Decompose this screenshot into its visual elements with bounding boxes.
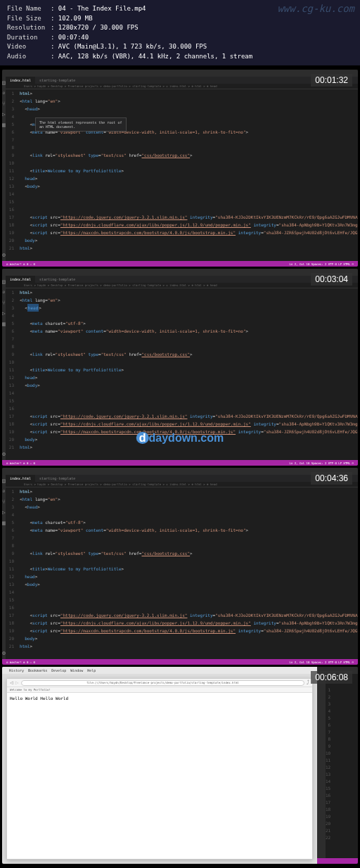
titlebar <box>2 70 358 77</box>
side-gutter: 12345678910111213141516171819202122 <box>326 674 335 858</box>
status-right[interactable]: Ln 2, Col 18 Spaces: 2 UTF-8 LF HTML ☺ <box>289 262 354 266</box>
video-value: AVC (Main@L3.1), 1 723 kb/s, 30.000 FPS <box>58 42 207 52</box>
browser-toolbar: ◁ ▷ file:///Users/haydn/Desktop/Freelanc… <box>7 679 312 687</box>
bookmark-item[interactable]: Welcome to my Portfolio! <box>10 688 51 691</box>
thumbnail-frames: 00:01:32 ▤ ⌕ ⑂ ▷ ▦ ⚙ index.html starting… <box>0 65 360 868</box>
file-size-value: 102.09 MB <box>58 14 93 24</box>
line-gutter: 123456789101112131415161718192021 <box>6 487 17 659</box>
line-gutter: 123456789101112131415161718192021 <box>6 288 17 460</box>
breadcrumb[interactable]: Users > haydn > Desktop > Freelance proj… <box>6 482 358 487</box>
forward-icon[interactable]: ▷ <box>15 679 19 686</box>
tab-active[interactable]: index.html <box>6 475 35 482</box>
duration-label: Duration <box>7 33 51 43</box>
titlebar <box>2 468 358 475</box>
menu-develop[interactable]: Develop <box>51 668 66 672</box>
tab-active[interactable]: index.html <box>6 276 35 283</box>
file-size-label: File Size <box>7 14 51 24</box>
watermark-top: www.cg-ku.com <box>277 3 354 14</box>
status-bar: ⊘ master* ⊗ 0 ⚠ 0 Ln 2, Col 18 Spaces: 2… <box>2 460 358 466</box>
duration-value: 00:07:40 <box>58 33 89 43</box>
page-content: Hello World Hello World <box>7 693 312 859</box>
resolution-label: Resolution <box>7 23 51 33</box>
status-right[interactable]: Ln 2, Col 18 Spaces: 2 UTF-8 LF HTML ☺ <box>289 660 354 664</box>
timecode: 00:03:04 <box>311 273 352 286</box>
vscode-editor: ▤ ⌕ ⑂ ▷ ▦ ⚙ index.html starting-template… <box>2 468 358 665</box>
status-left[interactable]: ⊘ master* ⊗ 0 ⚠ 0 <box>6 461 35 465</box>
vscode-editor: ▤ ⌕ ⑂ ▷ ▦ ⚙ index.html starting-template… <box>2 70 358 267</box>
tab-inactive[interactable]: starting-template <box>35 476 79 480</box>
menu-window[interactable]: Window <box>70 668 83 672</box>
back-icon[interactable]: ◁ <box>10 679 13 686</box>
side-editor-pane: 12345678910111213141516171819202122 <box>317 667 358 864</box>
resolution-value: 1280x720 / 30.000 FPS <box>58 23 139 33</box>
code-area[interactable]: html><html lang="en"> <head> <meta chars… <box>17 89 358 261</box>
breadcrumb[interactable]: Users > haydn > Desktop > Freelance proj… <box>6 84 358 89</box>
file-name-label: File Name <box>7 4 51 14</box>
hover-tooltip: The html element represents the root of … <box>35 117 127 132</box>
share-icon[interactable]: ⤴ <box>307 679 309 686</box>
status-right[interactable]: Ln 2, Col 18 Spaces: 2 UTF-8 LF HTML ☺ <box>289 461 354 465</box>
side-statusbar <box>317 858 358 864</box>
breadcrumb[interactable]: Users > haydn > Desktop > Freelance proj… <box>6 283 358 288</box>
titlebar <box>2 269 358 276</box>
safari-window: ◁ ▷ file:///Users/haydn/Desktop/Freelanc… <box>6 678 313 860</box>
mac-menubar: History Bookmarks Develop Window Help <box>2 667 317 674</box>
frame-3: 00:04:36 ▤ ⌕ ⑂ ▷ ▦ ⚙ index.html starting… <box>2 468 358 665</box>
tab-bar: index.html starting-template <box>6 276 358 283</box>
frame-2: 00:03:04 ▤ ⌕ ⑂ ▷ ▦ ⚙ index.html starting… <box>2 269 358 466</box>
daydown-watermark: ddaydown.com <box>136 432 224 445</box>
timecode: 00:04:36 <box>311 472 352 485</box>
menu-bookmarks[interactable]: Bookmarks <box>28 668 47 672</box>
line-gutter: 123456789101112131415161718192021 <box>6 89 17 261</box>
frame-4: 00:06:08 History Bookmarks Develop Windo… <box>2 667 358 864</box>
status-left[interactable]: ⊘ master* ⊗ 0 ⚠ 0 <box>6 262 35 266</box>
audio-value: AAC, 128 kb/s (VBR), 44.1 kHz, 2 channel… <box>58 52 252 62</box>
bookmark-bar: Welcome to my Portfolio! <box>7 687 312 693</box>
video-label: Video <box>7 42 51 52</box>
browser-pane: History Bookmarks Develop Window Help ◁ … <box>2 667 317 864</box>
status-bar: ⊘ master* ⊗ 0 ⚠ 0 Ln 2, Col 18 Spaces: 2… <box>2 659 358 665</box>
tab-active[interactable]: index.html <box>6 77 35 84</box>
timecode: 00:06:08 <box>311 671 352 684</box>
side-activity-bar <box>317 674 326 858</box>
tab-inactive[interactable]: starting-template <box>35 277 79 281</box>
tab-inactive[interactable]: starting-template <box>35 78 79 82</box>
status-bar: ⊘ master* ⊗ 0 ⚠ 0 Ln 2, Col 18 Spaces: 2… <box>2 261 358 267</box>
address-bar[interactable]: file:///Users/haydn/Desktop/Freelance-pr… <box>21 680 304 686</box>
code-area[interactable]: html><html lang="en"> <head> <meta chars… <box>17 487 358 659</box>
status-left[interactable]: ⊘ master* ⊗ 0 ⚠ 0 <box>6 660 35 664</box>
frame-1: 00:01:32 ▤ ⌕ ⑂ ▷ ▦ ⚙ index.html starting… <box>2 70 358 267</box>
file-name-value: 04 - The Index File.mp4 <box>58 4 146 14</box>
audio-label: Audio <box>7 52 51 62</box>
tab-bar: index.html starting-template <box>6 77 358 84</box>
menu-help[interactable]: Help <box>87 668 96 672</box>
menu-history[interactable]: History <box>9 668 24 672</box>
tab-bar: index.html starting-template <box>6 475 358 482</box>
timecode: 00:01:32 <box>311 74 352 87</box>
